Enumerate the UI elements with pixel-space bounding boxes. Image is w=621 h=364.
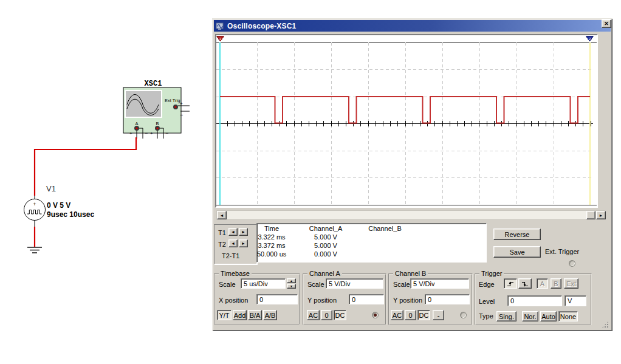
ext-trigger-label: Ext. Trigger bbox=[545, 248, 579, 255]
minus-mark: − bbox=[165, 130, 168, 136]
ground-symbol[interactable] bbox=[27, 247, 42, 253]
source-timing-label: 9usec 10usec bbox=[47, 210, 94, 219]
trigger-title: Trigger bbox=[479, 270, 504, 277]
channel-a-zero-button[interactable]: 0 bbox=[321, 310, 332, 320]
scope-scrollbar[interactable]: ◄ ► bbox=[216, 210, 605, 220]
minus-mark: − bbox=[180, 112, 183, 118]
trigger-type-none-button[interactable]: None bbox=[558, 311, 578, 321]
window-title: Oscilloscope-XSC1 bbox=[227, 22, 296, 30]
channel-a-scale-label: Scale bbox=[307, 281, 324, 288]
trigger-edge-falling-button[interactable] bbox=[518, 278, 532, 289]
t2-time-value: 3.372 ms bbox=[257, 242, 286, 249]
mode-add-button[interactable]: Add bbox=[233, 310, 247, 320]
channel-b-scale-input[interactable] bbox=[410, 278, 469, 289]
t1-left-button[interactable]: ◄ bbox=[228, 228, 238, 236]
plot-background bbox=[216, 35, 597, 207]
channel-b-ac-button[interactable]: AC bbox=[391, 310, 403, 320]
trigger-source-b-button[interactable]: B bbox=[551, 278, 561, 289]
t2-label: T2 bbox=[218, 241, 226, 248]
channel-a-title: Channel A bbox=[307, 270, 342, 277]
channel-b-yposition-label: Y position bbox=[393, 297, 422, 304]
timebase-group: Timebase Scale ▲ ▼ X position Y/T Add B/… bbox=[214, 273, 300, 325]
scroll-left-button[interactable]: ◄ bbox=[217, 211, 227, 219]
channel-a-scale-input[interactable] bbox=[326, 278, 383, 289]
timebase-title: Timebase bbox=[219, 270, 252, 277]
plus-mark: + bbox=[129, 131, 132, 136]
titlebar[interactable]: Oscilloscope-XSC1 bbox=[214, 20, 611, 32]
channel-a-yposition-label: Y position bbox=[307, 297, 337, 304]
trigger-level-input[interactable] bbox=[507, 295, 562, 306]
trigger-group: Trigger Edge A B Ext Level V Type Sin bbox=[475, 273, 592, 325]
channel-b-zero-button[interactable]: 0 bbox=[405, 310, 416, 320]
source-value-label: 0 V 5 V bbox=[47, 201, 70, 210]
save-button[interactable]: Save bbox=[493, 246, 541, 258]
timebase-scale-input[interactable] bbox=[241, 278, 286, 289]
trigger-level-unit: V bbox=[564, 295, 586, 306]
close-button[interactable]: ✕ bbox=[602, 19, 611, 28]
measurement-readout: Time Channel_A Channel_B 3.322 ms 5.000 … bbox=[256, 223, 487, 263]
minus-mark: − bbox=[145, 130, 148, 136]
channel-a-yposition-input[interactable] bbox=[349, 294, 384, 304]
scrollbar-thumb[interactable] bbox=[586, 211, 595, 219]
mode-ba-button[interactable]: B/A bbox=[248, 310, 262, 320]
edge-rising-icon bbox=[506, 280, 515, 287]
channel-b-group: Channel B Scale Y position AC 0 DC - bbox=[388, 273, 473, 325]
channel-b-yposition-input[interactable] bbox=[425, 294, 470, 304]
terminal-b-label: B bbox=[156, 121, 159, 126]
channel-a-dc-button[interactable]: DC bbox=[334, 310, 346, 320]
trigger-type-sing-button[interactable]: Sing. bbox=[496, 311, 516, 321]
timebase-scale-spin-up[interactable]: ▲ bbox=[287, 278, 296, 283]
channel-a-group: Channel A Scale Y position AC 0 DC bbox=[303, 273, 386, 325]
trigger-type-nor-button[interactable]: Nor. bbox=[522, 311, 538, 321]
channel-a-connector bbox=[372, 312, 379, 318]
timebase-scale-spin-down[interactable]: ▼ bbox=[287, 284, 296, 289]
ext-trig-terminal-dot bbox=[174, 106, 176, 108]
channel-b-scale-label: Scale bbox=[393, 281, 410, 288]
dt-time-value: 50.000 us bbox=[257, 250, 286, 258]
readout-header-channel-a: Channel_A bbox=[286, 225, 365, 232]
ext-trigger-connector bbox=[569, 260, 575, 267]
trigger-type-auto-button[interactable]: Auto bbox=[540, 311, 557, 321]
mode-yt-button[interactable]: Y/T bbox=[217, 310, 232, 320]
trigger-type-label: Type bbox=[479, 312, 493, 320]
channel-b-connector bbox=[460, 312, 467, 318]
reverse-button[interactable]: Reverse bbox=[493, 228, 541, 240]
plus-mark: + bbox=[150, 131, 153, 136]
readout-header-time: Time bbox=[257, 225, 286, 232]
t2-t1-label: T2-T1 bbox=[222, 252, 239, 259]
timebase-scale-label: Scale bbox=[219, 281, 236, 288]
channel-b-title: Channel B bbox=[393, 270, 428, 277]
app-icon bbox=[216, 22, 224, 30]
trigger-edge-rising-button[interactable] bbox=[504, 278, 517, 289]
channel-a-ac-button[interactable]: AC bbox=[307, 310, 320, 320]
scope-screen bbox=[125, 91, 162, 117]
ext-trig-label: Ext Trig bbox=[165, 98, 180, 103]
t1-channel-a-value: 5.000 V bbox=[286, 233, 365, 241]
trigger-source-a-button[interactable]: A bbox=[537, 278, 548, 289]
trigger-edge-label: Edge bbox=[479, 281, 495, 288]
timebase-xposition-label: X position bbox=[219, 297, 248, 304]
t1-label: T1 bbox=[218, 229, 226, 236]
t1-right-button[interactable]: ► bbox=[239, 228, 248, 236]
source-ref-label: V1 bbox=[46, 184, 56, 193]
t2-left-button[interactable]: ◄ bbox=[228, 239, 238, 247]
dt-channel-a-value: 0.000 V bbox=[286, 250, 365, 258]
channel-b-dc-button[interactable]: DC bbox=[417, 310, 430, 320]
trigger-level-label: Level bbox=[479, 298, 495, 305]
terminal-a-label: A bbox=[135, 121, 138, 126]
plus-mark: + bbox=[180, 101, 183, 106]
resize-grip[interactable] bbox=[601, 320, 609, 329]
scroll-right-button[interactable]: ► bbox=[596, 211, 606, 219]
trigger-source-ext-button[interactable]: Ext bbox=[564, 278, 578, 289]
mode-ab-button[interactable]: A/B bbox=[263, 310, 277, 320]
timebase-xposition-input[interactable] bbox=[256, 294, 298, 304]
readout-header-channel-b: Channel_B bbox=[365, 225, 405, 232]
scope-display: 1 2 bbox=[215, 34, 598, 208]
oscilloscope-component[interactable]: XSC1 Ext Trig + − A + − B bbox=[123, 80, 190, 139]
channel-b-minus-button[interactable]: - bbox=[433, 310, 444, 320]
t2-channel-a-value: 5.000 V bbox=[286, 242, 365, 249]
t2-right-button[interactable]: ► bbox=[239, 239, 248, 247]
schematic-canvas: XSC1 Ext Trig + − A + − B bbox=[0, 0, 212, 364]
plus-mark: + bbox=[33, 201, 36, 207]
t1-time-value: 3.322 ms bbox=[257, 233, 286, 241]
